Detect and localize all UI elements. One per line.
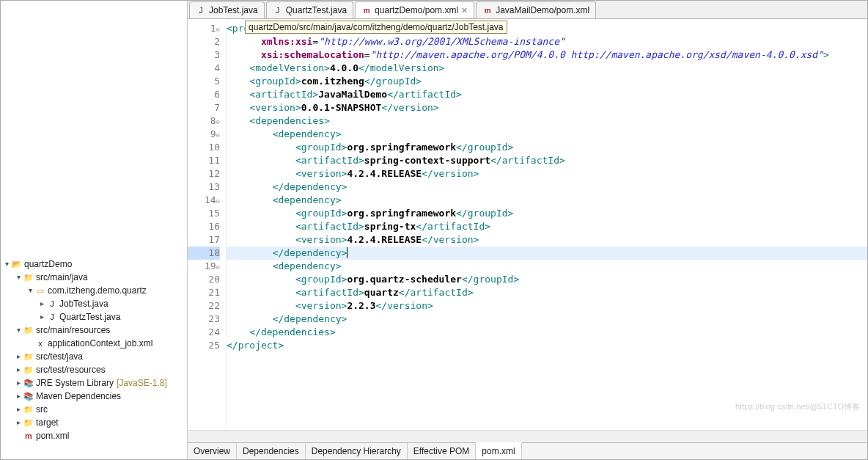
tree-item[interactable]: ▾📂quartzDemo — [1, 258, 187, 271]
srcfolder-icon: 📁 — [23, 351, 34, 362]
tree-item[interactable]: mpom.xml — [1, 429, 187, 442]
java-icon: J — [46, 298, 58, 310]
editor-tab[interactable]: JQuartzTest.java — [266, 1, 353, 18]
java-icon: J — [273, 5, 283, 15]
project-explorer[interactable]: ▾📂quartzDemo▾📁src/main/java▾▭com.itzheng… — [1, 1, 188, 459]
line-number: 12 — [188, 167, 220, 180]
tree-item-label: pom.xml — [36, 429, 72, 442]
pom-editor-tabs: OverviewDependenciesDependency Hierarchy… — [188, 442, 867, 459]
mvn-icon: m — [361, 5, 372, 15]
tree-item-label: src/test/resources — [36, 363, 108, 376]
code-line[interactable]: </dependency> — [227, 313, 867, 326]
code-line[interactable]: <groupId>org.springframework</groupId> — [227, 207, 867, 220]
line-number: 11 — [188, 154, 220, 167]
code-line[interactable]: <groupId>com.itzheng</groupId> — [227, 75, 867, 88]
line-number: 18 — [188, 247, 220, 260]
code-editor[interactable]: 1⊖2345678⊖9⊖1011121314⊖1516171819⊖202122… — [188, 19, 867, 430]
code-line[interactable]: </dependencies> — [227, 326, 867, 339]
code-line[interactable]: xsi:schemaLocation="http://maven.apache.… — [227, 48, 867, 62]
expand-icon[interactable]: ▾ — [14, 324, 23, 337]
srcfolder-icon: 📁 — [23, 271, 34, 283]
code-line[interactable]: <version>4.2.4.RELEASE</version> — [227, 167, 867, 180]
code-line[interactable]: <artifactId>spring-tx</artifactId> — [227, 220, 867, 233]
code-line[interactable]: <dependencies> — [227, 114, 867, 128]
code-line[interactable]: <groupId>org.springframework</groupId> — [227, 141, 867, 154]
expand-icon[interactable]: ▸ — [14, 416, 23, 429]
expand-icon[interactable]: ▸ — [37, 297, 46, 310]
tree-item[interactable]: ▸JJobTest.java — [1, 297, 187, 310]
pom-tab[interactable]: Dependency Hierarchy — [306, 443, 408, 459]
code-line[interactable]: <version>2.2.3</version> — [227, 299, 867, 313]
tree-item[interactable]: ▸JQuartzTest.java — [1, 310, 187, 324]
expand-icon[interactable]: ▸ — [14, 350, 23, 363]
tab-label: quartzDemo/pom.xml — [375, 5, 458, 15]
line-number: 9⊖ — [188, 128, 220, 141]
code-line[interactable]: <dependency> — [227, 260, 867, 273]
line-number: 5 — [188, 75, 220, 88]
expand-icon[interactable]: ▸ — [14, 363, 23, 376]
editor-tabs: JJobTest.javaJQuartzTest.javamquartzDemo… — [188, 1, 867, 19]
code-line[interactable]: </dependency> — [227, 180, 867, 194]
code-line[interactable]: <version>0.0.1-SNAPSHOT</version> — [227, 101, 867, 114]
horizontal-scrollbar[interactable] — [188, 430, 867, 442]
line-number: 24 — [188, 326, 220, 339]
code-line[interactable]: xmlns:xsi="http://www.w3.org/2001/XMLSch… — [227, 35, 867, 48]
code-line[interactable]: </dependency> — [227, 247, 867, 260]
line-number: 13 — [188, 180, 220, 194]
tree-item-label: com.itzheng.demo.quartz — [48, 284, 150, 297]
pom-tab[interactable]: pom.xml — [476, 442, 521, 459]
code-content[interactable]: <proj xmlns:xsi="http://www.w3.org/2001/… — [227, 19, 867, 430]
tree-item[interactable]: xapplicationContext_job.xml — [1, 337, 187, 350]
mvn-icon: m — [23, 430, 34, 442]
tree-item[interactable]: ▸📁target — [1, 416, 187, 429]
code-line[interactable]: <artifactId>quartz</artifactId> — [227, 286, 867, 299]
code-line[interactable]: <dependency> — [227, 128, 867, 141]
tree-item[interactable]: ▸📁src/test/java — [1, 350, 187, 363]
editor-tab[interactable]: mJavaMailDemo/pom.xml — [476, 1, 596, 18]
code-line[interactable]: <version>4.2.4.RELEASE</version> — [227, 233, 867, 247]
tree-item[interactable]: ▸📚JRE System Library [JavaSE-1.8] — [1, 376, 187, 390]
pom-tab[interactable]: Dependencies — [237, 443, 306, 459]
tree-item-label: JRE System Library — [36, 376, 117, 390]
tree-item[interactable]: ▾📁src/main/java — [1, 271, 187, 284]
java-icon: J — [196, 5, 206, 15]
expand-icon[interactable]: ▸ — [14, 376, 23, 390]
code-line[interactable]: <dependency> — [227, 194, 867, 207]
tree-item-label: quartzDemo — [24, 258, 75, 271]
lib-icon: 📚 — [23, 377, 34, 389]
line-number: 16 — [188, 220, 220, 233]
tree-item[interactable]: ▾📁src/main/resources — [1, 324, 187, 337]
tree-item-label: src/main/resources — [36, 324, 113, 337]
editor-tab[interactable]: JJobTest.java — [189, 1, 265, 18]
expand-icon[interactable]: ▸ — [14, 390, 23, 403]
tree-item[interactable]: ▸📁src/test/resources — [1, 363, 187, 376]
pom-tab[interactable]: Effective POM — [408, 443, 476, 459]
line-number: 25 — [188, 339, 220, 352]
editor-tab[interactable]: mquartzDemo/pom.xml✕ — [355, 1, 474, 18]
expand-icon[interactable]: ▸ — [37, 310, 46, 324]
line-number: 21 — [188, 286, 220, 299]
watermark-text: https://blog.csdn.net/@51CTO博客 — [735, 401, 860, 412]
pom-tab[interactable]: Overview — [188, 443, 237, 459]
tree-item[interactable]: ▾▭com.itzheng.demo.quartz — [1, 284, 187, 297]
code-line[interactable]: <modelVersion>4.0.0</modelVersion> — [227, 62, 867, 75]
code-line[interactable]: </project> — [227, 339, 867, 352]
code-line[interactable]: <artifactId>JavaMailDemo</artifactId> — [227, 88, 867, 101]
close-icon[interactable]: ✕ — [461, 6, 468, 15]
expand-icon[interactable]: ▸ — [14, 403, 23, 416]
hover-tooltip: quartzDemo/src/main/java/com/itzheng/dem… — [245, 21, 507, 34]
tree-item[interactable]: ▸📁src — [1, 403, 187, 416]
code-line[interactable]: <groupId>org.quartz-scheduler</groupId> — [227, 273, 867, 286]
expand-icon[interactable]: ▾ — [14, 271, 23, 284]
tab-label: JobTest.java — [209, 5, 258, 15]
java-icon: J — [46, 311, 58, 323]
line-number-gutter: 1⊖2345678⊖9⊖1011121314⊖1516171819⊖202122… — [188, 19, 227, 430]
mvn-icon: m — [482, 5, 493, 15]
expand-icon[interactable]: ▾ — [26, 284, 34, 297]
line-number: 4 — [188, 62, 220, 75]
srcfolder-icon: 📁 — [23, 364, 34, 376]
workbench: ▾📂quartzDemo▾📁src/main/java▾▭com.itzheng… — [0, 0, 868, 460]
tree-item[interactable]: ▸📚Maven Dependencies — [1, 390, 187, 403]
code-line[interactable]: <artifactId>spring-context-support</arti… — [227, 154, 867, 167]
expand-icon[interactable]: ▾ — [2, 258, 11, 271]
